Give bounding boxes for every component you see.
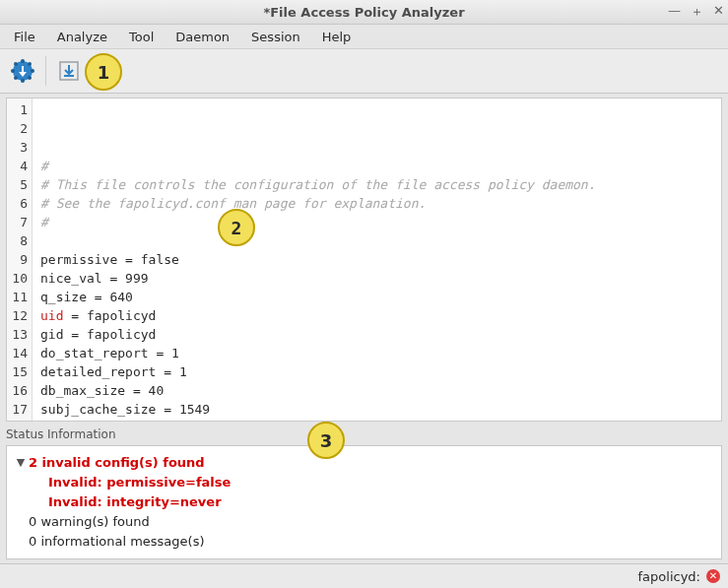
window-title: *File Access Policy Analyzer: [0, 5, 728, 20]
status-row[interactable]: Invalid: permissive=false: [13, 472, 715, 491]
svg-point-1: [21, 59, 25, 63]
gear-arrow-icon: [10, 58, 35, 84]
menu-daemon[interactable]: Daemon: [165, 27, 239, 47]
menu-tool[interactable]: Tool: [119, 27, 164, 47]
callout-3: 3: [307, 422, 345, 459]
svg-rect-10: [64, 75, 74, 77]
toolbar-deploy-button[interactable]: [6, 54, 39, 88]
toolbar-separator: [45, 56, 46, 86]
menu-file[interactable]: File: [4, 27, 45, 47]
svg-point-5: [14, 62, 18, 66]
maximize-button[interactable]: ＋: [691, 3, 703, 21]
svg-point-4: [31, 69, 34, 73]
status-tree[interactable]: 3 ▼2 invalid config(s) foundInvalid: per…: [6, 445, 722, 559]
svg-point-7: [14, 76, 18, 80]
svg-point-2: [21, 79, 25, 83]
status-row[interactable]: 0 warning(s) found: [13, 511, 715, 531]
menu-session[interactable]: Session: [241, 27, 310, 47]
status-row[interactable]: ▼2 invalid config(s) found: [13, 452, 715, 472]
status-information-group: Status Information 3 ▼2 invalid config(s…: [6, 425, 722, 559]
svg-point-3: [11, 69, 15, 73]
daemon-status-label: fapolicyd:: [638, 569, 700, 584]
menu-analyze[interactable]: Analyze: [47, 27, 117, 47]
callout-1: 1: [85, 53, 122, 91]
status-bar: fapolicyd: ✕: [0, 563, 728, 588]
toolbar-load-button[interactable]: [52, 54, 86, 88]
title-bar: *File Access Policy Analyzer — ＋ ✕: [0, 0, 728, 25]
editor-gutter: 12345678910111213141516171819: [7, 98, 33, 421]
toolbar: 1: [0, 48, 728, 94]
minimize-button[interactable]: —: [668, 3, 681, 21]
status-information-label: Status Information: [6, 427, 722, 441]
config-editor[interactable]: 12345678910111213141516171819 2 ## This …: [6, 98, 722, 422]
close-button[interactable]: ✕: [713, 3, 724, 21]
svg-point-8: [28, 76, 32, 80]
menu-help[interactable]: Help: [312, 27, 362, 47]
daemon-status-indicator: ✕: [706, 569, 720, 583]
callout-2: 2: [218, 209, 255, 246]
svg-point-6: [28, 62, 32, 66]
menu-bar: FileAnalyzeToolDaemonSessionHelp: [0, 25, 728, 48]
editor-content[interactable]: 2 ## This file controls the configuratio…: [33, 98, 721, 421]
arrow-down-box-icon: [58, 60, 80, 82]
status-row[interactable]: Invalid: integrity=never: [13, 491, 715, 511]
window-controls: — ＋ ✕: [668, 3, 724, 21]
status-row[interactable]: 0 informational message(s): [13, 531, 715, 551]
